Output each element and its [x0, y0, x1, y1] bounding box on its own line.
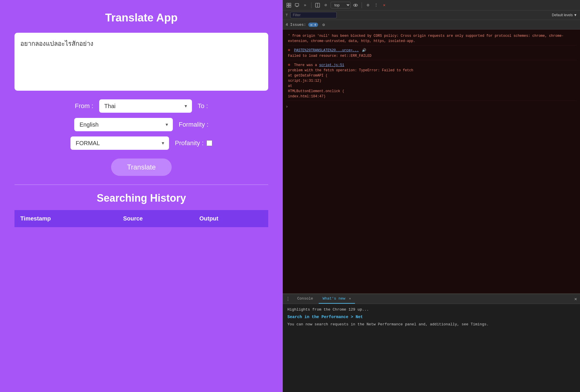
close-bottom-panel-icon[interactable]: ✕: [574, 296, 577, 302]
filter-icon-wrapper: ⊤: [286, 13, 288, 17]
highlights-text: Highlights from the Chrome 129 up...: [287, 307, 575, 312]
log-entry-fetch-error: ⊗ There was a script.js:51 problem with …: [286, 61, 577, 101]
devtools-toolbar: » ⊘ top ⚙ ⋮ ✕: [283, 0, 580, 10]
col-source: Source: [117, 210, 193, 227]
translate-app-panel: Translate App อยากลองแปลอะไรสักอย่าง Fro…: [0, 0, 283, 392]
to-label: To :: [198, 102, 208, 110]
issues-bar: 4 Issues: ✉ 4 ⚙: [283, 20, 580, 30]
svg-rect-2: [287, 6, 289, 7]
col-timestamp: Timestamp: [14, 210, 117, 227]
device-toolbar-icon[interactable]: [294, 2, 300, 8]
console-log-area[interactable]: ' from origin 'null' has been blocked by…: [283, 30, 580, 293]
svg-point-9: [355, 4, 356, 6]
svg-rect-1: [289, 3, 291, 5]
profanity-label: Profanity :: [175, 139, 204, 147]
expand-arrow[interactable]: ›: [286, 101, 577, 112]
paste-translate-link[interactable]: PASTE%20TRANSLATE%20...urce=...: [294, 48, 359, 52]
settings-icon[interactable]: ⚙: [365, 2, 371, 8]
top-dropdown-wrapper: top: [331, 2, 351, 8]
profanity-checkbox[interactable]: [206, 140, 212, 146]
to-select-wrapper: English Thai Japanese Chinese: [74, 118, 173, 131]
section-divider: [14, 185, 268, 185]
formality-label: Formality :: [179, 121, 209, 128]
top-context-select[interactable]: top: [331, 2, 351, 8]
tab-whats-new[interactable]: What's new ✕: [319, 294, 355, 304]
error-icon-1: ⊗: [288, 48, 290, 52]
tab-console[interactable]: Console: [293, 294, 317, 304]
toolbar-separator-1: [311, 2, 311, 8]
col-output: Output: [193, 210, 268, 227]
formality-profanity-row: FORMAL INFORMAL Profanity :: [14, 136, 268, 150]
to-language-select[interactable]: English Thai Japanese Chinese: [74, 118, 173, 131]
history-title: Searching History: [97, 192, 186, 204]
issues-label: 4 Issues:: [286, 23, 306, 27]
formality-select[interactable]: FORMAL INFORMAL: [70, 136, 169, 150]
sound-icon: 🔊: [362, 48, 366, 52]
history-table-header: Timestamp Source Output: [14, 210, 268, 227]
issues-settings-icon[interactable]: ⚙: [320, 21, 327, 28]
no-icon[interactable]: ⊘: [322, 2, 329, 8]
bottom-tabs-bar: ⋮ Console What's new ✕ ✕: [283, 294, 580, 304]
log-entry-cors: ' from origin 'null' has been blocked by…: [286, 32, 577, 45]
bottom-panel-content: Highlights from the Chrome 129 up... Sea…: [283, 304, 580, 392]
bottom-panel: ⋮ Console What's new ✕ ✕ Highlights from…: [283, 293, 580, 392]
whats-new-body: You can now search requests in the Netw …: [287, 322, 575, 328]
controls-area: From : Thai English Japanese Chinese To …: [14, 99, 268, 150]
from-select-wrapper: Thai English Japanese Chinese: [99, 99, 192, 113]
layout-icon[interactable]: [314, 2, 321, 8]
chevron-down-icon: ▼: [574, 13, 577, 17]
more-tabs-icon[interactable]: »: [302, 2, 308, 8]
log-entry-err-failed: ⊗ PASTE%20TRANSLATE%20...urce=... 🔊 Fail…: [286, 46, 577, 60]
script-js-link[interactable]: script.js:51: [319, 63, 344, 67]
svg-rect-3: [289, 6, 291, 7]
tab-close-icon[interactable]: ✕: [349, 297, 351, 300]
profanity-group: Profanity :: [175, 139, 212, 147]
whats-new-heading: Search in the Performance > Net: [287, 315, 575, 319]
filter-icon: ⊤: [286, 13, 288, 17]
history-table: Timestamp Source Output: [14, 210, 268, 227]
from-label: From :: [75, 102, 93, 110]
from-to-row: From : Thai English Japanese Chinese To …: [14, 99, 268, 113]
devtools-panel: » ⊘ top ⚙ ⋮ ✕ ⊤ Default levels ▼ 4 Issue…: [283, 0, 580, 392]
filter-bar: ⊤ Default levels ▼: [283, 10, 580, 20]
default-levels-button[interactable]: Default levels ▼: [552, 13, 577, 17]
translate-button[interactable]: Translate: [111, 158, 172, 176]
toolbar-separator-2: [362, 2, 362, 8]
message-icon: ✉: [310, 23, 312, 27]
from-language-select[interactable]: Thai English Japanese Chinese: [99, 99, 192, 113]
source-input[interactable]: อยากลองแปลอะไรสักอย่าง: [14, 33, 268, 91]
error-icon-2: ⊗: [288, 63, 290, 67]
close-devtools-icon[interactable]: ✕: [381, 2, 387, 8]
issues-badge[interactable]: ✉ 4: [308, 23, 318, 27]
inspect-element-icon[interactable]: [286, 2, 292, 8]
more-options-icon[interactable]: ⋮: [373, 2, 379, 8]
app-title: Translate App: [105, 12, 178, 24]
to-language-row: English Thai Japanese Chinese Formality …: [14, 118, 268, 131]
formality-select-wrapper: FORMAL INFORMAL: [70, 136, 169, 150]
console-filter-input[interactable]: [290, 12, 337, 18]
eye-icon[interactable]: [352, 2, 359, 8]
svg-rect-0: [287, 3, 289, 5]
bottom-more-icon[interactable]: ⋮: [286, 296, 290, 302]
svg-rect-4: [295, 3, 299, 6]
